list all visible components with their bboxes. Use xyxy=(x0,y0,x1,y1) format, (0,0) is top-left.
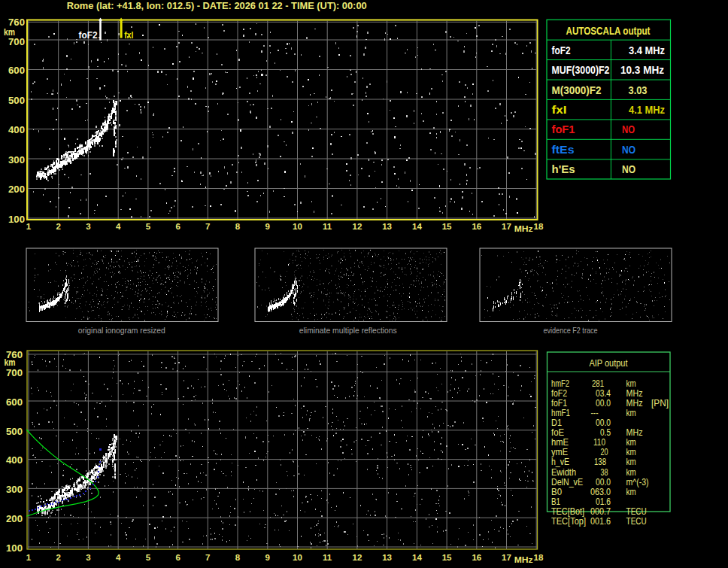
svg-text:281: 281 xyxy=(592,378,604,389)
svg-text:20: 20 xyxy=(601,447,608,457)
svg-text:[PN]: [PN] xyxy=(651,398,669,409)
svg-text:11: 11 xyxy=(323,553,332,562)
svg-text:14: 14 xyxy=(412,222,422,231)
svg-text:000.7: 000.7 xyxy=(590,506,611,517)
svg-text:D1: D1 xyxy=(551,418,562,428)
svg-text:NO: NO xyxy=(622,123,635,135)
svg-text:600: 600 xyxy=(6,397,23,408)
svg-text:300: 300 xyxy=(6,484,23,495)
svg-text:18: 18 xyxy=(534,222,544,231)
svg-text:TECU: TECU xyxy=(626,506,647,517)
svg-text:6: 6 xyxy=(175,222,180,231)
svg-text:MHz: MHz xyxy=(514,556,533,564)
svg-text:600: 600 xyxy=(8,65,25,76)
svg-text:6: 6 xyxy=(175,553,180,562)
svg-text:7: 7 xyxy=(205,222,210,231)
svg-text:8: 8 xyxy=(235,222,241,231)
svg-text:hmF2: hmF2 xyxy=(551,378,569,389)
svg-text:km: km xyxy=(4,27,15,38)
svg-text:7: 7 xyxy=(205,553,210,562)
svg-text:001.6: 001.6 xyxy=(590,516,611,527)
svg-text:100: 100 xyxy=(8,214,25,225)
svg-text:4.1 MHz: 4.1 MHz xyxy=(629,104,665,116)
svg-text:Ewidth: Ewidth xyxy=(551,467,576,478)
svg-text:9: 9 xyxy=(265,553,270,562)
svg-text:km: km xyxy=(626,437,636,448)
svg-text:m^(-3): m^(-3) xyxy=(626,477,649,488)
svg-text:400: 400 xyxy=(6,455,23,466)
svg-text:NO: NO xyxy=(622,163,635,175)
svg-text:MHz: MHz xyxy=(626,388,643,399)
svg-text:B0: B0 xyxy=(551,487,562,497)
svg-text:110: 110 xyxy=(593,437,605,448)
svg-text:5: 5 xyxy=(146,553,151,562)
svg-text:TEC[Top]: TEC[Top] xyxy=(551,516,586,527)
svg-text:km: km xyxy=(626,378,636,389)
svg-text:MUF(3000)F2: MUF(3000)F2 xyxy=(552,64,610,76)
svg-text:16: 16 xyxy=(472,222,481,231)
svg-text:200: 200 xyxy=(6,514,23,524)
svg-text:NO: NO xyxy=(622,144,635,156)
svg-text:100: 100 xyxy=(6,543,23,554)
svg-text:3: 3 xyxy=(86,222,90,231)
svg-text:3.4 MHz: 3.4 MHz xyxy=(629,44,665,56)
svg-text:ymE: ymE xyxy=(551,447,568,457)
svg-text:1: 1 xyxy=(26,553,32,562)
svg-text:km: km xyxy=(626,408,636,418)
svg-text:foF1: foF1 xyxy=(552,123,575,135)
svg-text:00.0: 00.0 xyxy=(596,418,611,428)
svg-text:9: 9 xyxy=(265,222,270,231)
svg-text:16: 16 xyxy=(472,553,481,562)
svg-text:3: 3 xyxy=(86,553,90,562)
svg-text:4: 4 xyxy=(116,553,121,562)
svg-text:foF2: foF2 xyxy=(79,30,98,41)
svg-text:17: 17 xyxy=(502,222,511,231)
svg-text:00.0: 00.0 xyxy=(596,398,611,409)
svg-text:MHz: MHz xyxy=(626,427,643,438)
svg-text:B1: B1 xyxy=(551,497,560,507)
svg-text:2: 2 xyxy=(56,222,60,231)
svg-text:4: 4 xyxy=(116,222,121,231)
svg-text:foF1: foF1 xyxy=(551,398,567,409)
svg-text:eliminate multiple reflections: eliminate multiple reflections xyxy=(299,326,397,335)
svg-text:km: km xyxy=(626,487,636,497)
svg-text:AIP output: AIP output xyxy=(590,358,629,369)
svg-text:15: 15 xyxy=(442,553,452,562)
svg-text:01.6: 01.6 xyxy=(596,497,611,507)
svg-text:12: 12 xyxy=(353,553,362,562)
svg-text:---: --- xyxy=(591,408,599,418)
svg-text:original ionogram resized: original ionogram resized xyxy=(78,326,165,335)
svg-text:200: 200 xyxy=(8,184,25,195)
svg-text:138: 138 xyxy=(594,457,606,467)
svg-text:13: 13 xyxy=(382,553,392,562)
svg-text:foE: foE xyxy=(551,427,564,438)
svg-text:1: 1 xyxy=(26,222,32,231)
svg-text:MHz: MHz xyxy=(626,398,643,409)
svg-text:12: 12 xyxy=(353,222,362,231)
svg-text:evidence F2 trace: evidence F2 trace xyxy=(544,326,598,335)
svg-text:AUTOSCALA output: AUTOSCALA output xyxy=(566,25,651,37)
svg-text:MHz: MHz xyxy=(514,225,533,233)
svg-text:km: km xyxy=(626,447,636,457)
svg-text:14: 14 xyxy=(412,553,422,562)
svg-text:h'Es: h'Es xyxy=(552,163,575,175)
svg-text:063.0: 063.0 xyxy=(590,487,611,497)
svg-text:10: 10 xyxy=(293,222,302,231)
svg-text:38: 38 xyxy=(601,467,608,478)
svg-text:10: 10 xyxy=(293,553,302,562)
svg-text:TEC[Bot]: TEC[Bot] xyxy=(551,506,584,517)
svg-text:km: km xyxy=(5,357,16,368)
svg-text:400: 400 xyxy=(8,125,25,135)
svg-text:M(3000)F2: M(3000)F2 xyxy=(552,84,602,96)
svg-text:foF2: foF2 xyxy=(552,44,571,56)
svg-text:500: 500 xyxy=(8,96,25,106)
svg-text:300: 300 xyxy=(8,155,25,166)
svg-text:fxI: fxI xyxy=(552,104,567,116)
svg-text:h_vE: h_vE xyxy=(551,457,569,467)
svg-text:13: 13 xyxy=(382,222,392,231)
svg-text:8: 8 xyxy=(235,553,241,562)
svg-text:fxI: fxI xyxy=(124,30,133,41)
svg-text:700: 700 xyxy=(6,368,23,378)
svg-text:TECU: TECU xyxy=(626,516,647,527)
svg-text:03.4: 03.4 xyxy=(596,388,611,399)
